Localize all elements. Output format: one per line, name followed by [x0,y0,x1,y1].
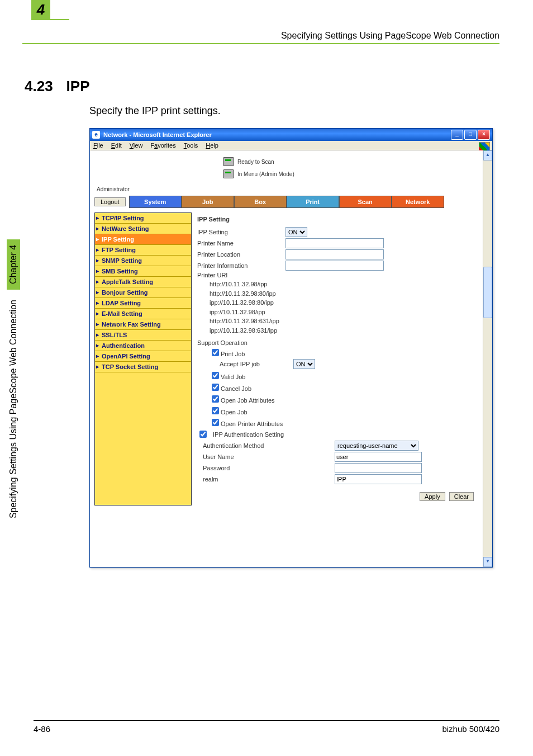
tab-box[interactable]: Box [234,196,287,208]
realm-input[interactable] [335,474,422,484]
valid-job-checkbox[interactable] [212,372,219,379]
side-chapter-badge: Chapter 4 [7,239,20,290]
tab-job[interactable]: Job [182,196,234,208]
scroll-up-button[interactable]: ▲ [483,150,492,160]
printer-uri-value: http://10.11.32.98:80/ipp [210,289,474,299]
accept-ipp-label: Accept IPP job [197,361,260,367]
maximize-button[interactable]: □ [464,130,477,140]
footer-product-name: bizhub 500/420 [442,724,499,734]
window-title: Network - Microsoft Internet Explorer [103,131,451,138]
sidebar-item-tcpip[interactable]: TCP/IP Setting [95,213,191,224]
sidebar-item-email[interactable]: E-Mail Setting [95,309,191,319]
menu-favorites[interactable]: Favorites [150,142,175,149]
section-number: 4.23 [25,78,53,94]
printer-uri-label: Printer URI [197,272,281,278]
printer-uri-value: http://10.11.32.98:631/ipp [210,316,474,326]
section-title: 4.23IPP [25,78,499,95]
sidebar-item-ftp[interactable]: FTP Setting [95,245,191,256]
password-input[interactable] [335,463,422,473]
page-header: Specifying Settings Using PageScope Web … [22,31,499,44]
vertical-scrollbar[interactable]: ▲ ▼ [483,150,492,567]
side-text: Specifying Settings Using PageScope Web … [8,300,18,518]
sidebar-item-openapi[interactable]: OpenAPI Setting [95,351,191,362]
sidebar-item-bonjour[interactable]: Bonjour Setting [95,287,191,298]
printer-uri-value: ipp://10.11.32.98:80/ipp [210,298,474,308]
logout-button[interactable]: Logout [94,197,126,206]
status-line-1: Ready to Scan [237,159,274,165]
section-name: IPP [66,78,90,94]
chapter-number-tab: 4 [31,0,50,19]
tab-system[interactable]: System [129,196,182,208]
sidebar-item-ldap[interactable]: LDAP Setting [95,298,191,309]
printer-name-input[interactable] [285,238,384,248]
password-label: Password [197,465,287,471]
cancel-job-label: Cancel Job [221,385,251,392]
sidebar-item-auth[interactable]: Authentication [95,341,191,351]
scroll-thumb[interactable] [483,267,492,318]
section-body-text: Specify the IPP print settings. [89,105,499,117]
realm-label: realm [197,476,287,483]
printer-mode-icon [223,169,234,178]
settings-panel: IPP Setting IPP Setting ON Printer Name … [192,212,478,505]
menu-help[interactable]: Help [206,142,218,149]
close-button[interactable]: × [478,130,490,140]
menu-tools[interactable]: Tools [184,142,198,149]
sidebar-item-smb[interactable]: SMB Setting [95,266,191,277]
print-job-label: Print Job [221,351,245,357]
printer-status-icon [223,157,234,166]
window-titlebar: e Network - Microsoft Internet Explorer … [90,129,492,141]
menu-view[interactable]: View [130,142,143,149]
sidebar-item-ipp[interactable]: IPP Setting [95,234,191,245]
open-printer-attr-checkbox[interactable] [212,419,219,426]
footer-page-number: 4-86 [34,724,50,734]
clear-button[interactable]: Clear [449,492,474,501]
printer-location-input[interactable] [285,249,384,259]
print-job-checkbox[interactable] [212,349,219,356]
menu-bar: File Edit View Favorites Tools Help [90,141,492,150]
browser-window: e Network - Microsoft Internet Explorer … [89,128,493,568]
user-name-label: User Name [197,453,287,460]
printer-info-label: Printer Information [197,262,281,269]
side-vertical-label: Specifying Settings Using PageScope Web … [7,235,20,518]
ipp-setting-label: IPP Setting [197,229,281,235]
scroll-down-button[interactable]: ▼ [483,557,492,567]
printer-info-input[interactable] [285,261,384,271]
tab-scan[interactable]: Scan [339,196,392,208]
settings-sidebar: TCP/IP SettingNetWare SettingIPP Setting… [94,212,192,505]
sidebar-item-ssl[interactable]: SSL/TLS [95,330,191,341]
support-operation-label: Support Operation [197,339,281,346]
cancel-job-checkbox[interactable] [212,384,219,391]
printer-location-label: Printer Location [197,251,281,258]
minimize-button[interactable]: _ [451,130,463,140]
sidebar-item-appletalk[interactable]: AppleTalk Setting [95,277,191,287]
open-printer-attr-label: Open Printer Attributes [221,420,283,427]
tab-network[interactable]: Network [392,196,444,208]
ipp-setting-select[interactable]: ON [285,227,307,237]
open-job-attr-label: Open Job Attributes [221,397,275,404]
sidebar-item-netware[interactable]: NetWare Setting [95,224,191,234]
panel-heading: IPP Setting [197,216,474,223]
menu-edit[interactable]: Edit [111,142,122,149]
sidebar-item-snmp[interactable]: SNMP Setting [95,256,191,266]
open-job-attr-checkbox[interactable] [212,395,219,403]
ipp-auth-checkbox[interactable] [199,431,207,438]
ipp-auth-label: IPP Authentication Setting [213,431,284,438]
printer-uri-list: http://10.11.32.98/ipphttp://10.11.32.98… [210,280,474,335]
auth-method-select[interactable]: requesting-user-name [335,441,418,451]
printer-uri-value: http://10.11.32.98/ipp [210,280,474,289]
page-footer: 4-86 bizhub 500/420 [34,720,499,734]
user-name-input[interactable] [335,452,422,462]
sidebar-item-tcpsock[interactable]: TCP Socket Setting [95,362,191,372]
menu-file[interactable]: File [93,142,103,149]
accept-ipp-select[interactable]: ON [293,359,315,369]
open-job-checkbox[interactable] [212,407,219,414]
sidebar-item-netfax[interactable]: Network Fax Setting [95,319,191,330]
printer-uri-value: ipp://10.11.32.98:631/ipp [210,326,474,336]
tab-print[interactable]: Print [287,196,339,208]
apply-button[interactable]: Apply [420,492,445,501]
administrator-label: Administrator [97,186,478,192]
status-line-2: In Menu (Admin Mode) [237,171,294,177]
printer-name-label: Printer Name [197,240,281,247]
ie-icon: e [92,131,100,139]
valid-job-label: Valid Job [221,374,245,380]
